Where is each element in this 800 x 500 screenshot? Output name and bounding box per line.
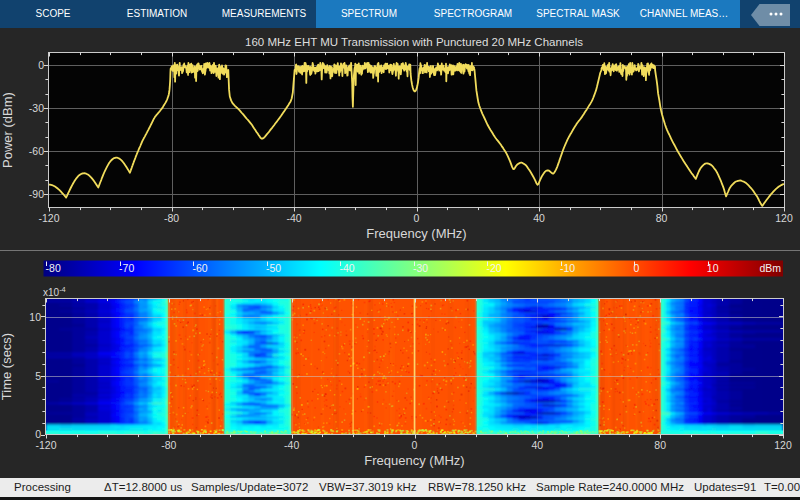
svg-text:-80: -80: [46, 262, 61, 274]
svg-text:Frequency (MHz): Frequency (MHz): [364, 453, 464, 468]
svg-text:0: 0: [412, 439, 418, 451]
svg-text:40: 40: [533, 212, 545, 224]
svg-text:120: 120: [775, 212, 793, 224]
svg-text:Frequency (MHz): Frequency (MHz): [366, 226, 466, 241]
svg-text:-50: -50: [266, 262, 281, 274]
svg-text:-30: -30: [29, 102, 44, 114]
svg-text:0: 0: [38, 59, 44, 71]
svg-text:-60: -60: [193, 262, 208, 274]
svg-text:120: 120: [774, 439, 792, 451]
svg-text:-90: -90: [29, 188, 44, 200]
svg-text:0: 0: [414, 212, 420, 224]
svg-text:-10: -10: [560, 262, 575, 274]
svg-text:-60: -60: [29, 145, 44, 157]
svg-text:-40: -40: [286, 212, 301, 224]
svg-text:Time (secs): Time (secs): [0, 333, 14, 400]
svg-text:80: 80: [656, 212, 668, 224]
svg-text:Power (dBm): Power (dBm): [0, 92, 15, 168]
svg-text:-70: -70: [119, 262, 134, 274]
svg-text:dBm: dBm: [759, 262, 781, 274]
svg-text:10: 10: [707, 262, 719, 274]
svg-text:-40: -40: [284, 439, 299, 451]
svg-text:-30: -30: [413, 262, 428, 274]
svg-text:40: 40: [531, 439, 543, 451]
svg-text:-120: -120: [38, 212, 59, 224]
svg-text:-20: -20: [486, 262, 501, 274]
svg-text:-80: -80: [164, 212, 179, 224]
svg-text:5: 5: [35, 370, 41, 382]
svg-text:160 MHz EHT MU Transmission wi: 160 MHz EHT MU Transmission with Punctur…: [245, 36, 583, 48]
svg-text:80: 80: [654, 439, 666, 451]
svg-text:-80: -80: [161, 439, 176, 451]
svg-text:-40: -40: [340, 262, 355, 274]
svg-text:0: 0: [633, 262, 639, 274]
svg-text:10: 10: [29, 311, 41, 323]
svg-text:-120: -120: [35, 439, 56, 451]
